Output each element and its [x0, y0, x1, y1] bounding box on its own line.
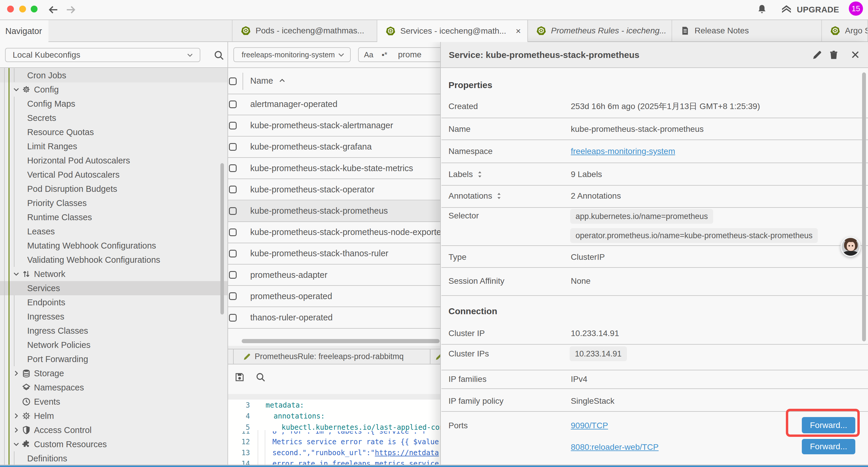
sidebar-item-custom-resources[interactable]: Custom Resources [0, 437, 227, 451]
sidebar-item-services[interactable]: Services [0, 281, 227, 295]
row-checkbox[interactable] [229, 229, 237, 236]
row-checkbox[interactable] [229, 207, 237, 215]
chevron-right-icon[interactable] [12, 412, 20, 420]
sidebar-item-namespaces[interactable]: Namespaces [0, 380, 227, 395]
sidebar-item-definitions[interactable]: Definitions [0, 451, 227, 465]
sidebar-item-storage[interactable]: Storage [0, 366, 227, 380]
close-tab-icon[interactable]: × [516, 26, 521, 36]
tab-pods[interactable]: Pods - icecheng@mathmas... [232, 20, 377, 41]
sidebar-scrollbar[interactable] [220, 163, 224, 315]
table-row[interactable]: prometheus-operated [228, 286, 440, 307]
sidebar-item-limit-ranges[interactable]: Limit Ranges [0, 139, 227, 153]
edit-pencil-icon[interactable] [812, 50, 823, 60]
sort-updown-icon[interactable] [476, 171, 483, 178]
row-checkbox[interactable] [229, 143, 237, 151]
port-link[interactable]: 8080:reloader-web/TCP [571, 440, 658, 454]
table-horizontal-scrollbar[interactable] [242, 339, 440, 343]
chevron-right-icon[interactable] [12, 370, 20, 377]
notification-badge[interactable]: 15 [849, 1, 863, 16]
sidebar-item-validating-webhook-configurations[interactable]: Validating Webhook Configurations [0, 253, 227, 267]
table-row[interactable]: kube-prometheus-stack-prometheus [228, 201, 440, 222]
row-checkbox[interactable] [229, 122, 237, 129]
sidebar-item-pod-disruption-budgets[interactable]: Pod Disruption Budgets [0, 182, 227, 196]
table-row[interactable]: alertmanager-operated [228, 94, 440, 115]
editor-search-icon[interactable] [255, 372, 266, 382]
minimize-window-button[interactable] [19, 6, 26, 12]
navigator-title: Navigator [5, 26, 42, 36]
row-checkbox[interactable] [229, 314, 237, 322]
sidebar-item-resource-quotas[interactable]: Resource Quotas [0, 125, 227, 139]
row-checkbox[interactable] [229, 292, 237, 300]
drawer-scrollbar[interactable] [862, 72, 866, 341]
namespace-value[interactable]: freeleaps-monitoring-system [571, 144, 675, 158]
row-checkbox[interactable] [229, 250, 237, 258]
dock-tab-prometheusrule[interactable]: PrometheusRule: freeleaps-prod-rabbitmq [255, 349, 404, 364]
sort-updown-icon[interactable] [496, 192, 502, 200]
sidebar-item-config[interactable]: Config [0, 83, 227, 97]
tree-guide-network [14, 295, 14, 366]
port-link[interactable]: 9090/TCP [571, 418, 608, 433]
avatar[interactable] [840, 237, 861, 257]
match-case-toggle[interactable]: Aa [364, 50, 373, 59]
regex-toggle[interactable]: ▪* [382, 50, 387, 59]
sidebar-item-network-policies[interactable]: Network Policies [0, 338, 227, 352]
sidebar-item-port-forwarding[interactable]: Port Forwarding [0, 352, 227, 366]
search-box[interactable]: Aa ▪* prome [358, 47, 440, 62]
row-checkbox[interactable] [229, 271, 237, 279]
sidebar-item-config-maps[interactable]: Config Maps [0, 97, 227, 111]
close-drawer-icon[interactable] [850, 50, 860, 60]
upgrade-chevrons-icon[interactable] [780, 3, 793, 15]
chevron-down-icon[interactable] [12, 86, 20, 93]
close-window-button[interactable] [7, 6, 14, 12]
sidebar-item-label: Ingresses [27, 312, 64, 322]
table-row[interactable]: kube-prometheus-stack-thanos-ruler [228, 243, 440, 265]
sidebar-item-mutating-webhook-configurations[interactable]: Mutating Webhook Configurations [0, 238, 227, 253]
sidebar-item-secrets[interactable]: Secrets [0, 111, 227, 125]
table-row[interactable]: kube-prometheus-stack-grafana [228, 137, 440, 158]
table-row[interactable]: kube-prometheus-stack-operator [228, 179, 440, 200]
table-row[interactable]: kube-prometheus-stack-prometheus-node-ex… [228, 222, 440, 243]
sidebar-item-vertical-pod-autoscalers[interactable]: Vertical Pod Autoscalers [0, 168, 227, 182]
kubeconfig-select[interactable]: Local Kubeconfigs [5, 48, 200, 62]
table-row[interactable]: thanos-ruler-operated [228, 308, 440, 329]
yaml-editor[interactable]: 3 metadata:4 annotations:5 kubectl.kuber… [228, 400, 440, 467]
sidebar-item-events[interactable]: Events [0, 395, 227, 409]
search-input[interactable]: prome [398, 50, 421, 59]
row-checkbox[interactable] [229, 185, 237, 193]
select-all-checkbox[interactable] [229, 78, 237, 85]
tab-argo[interactable]: Argo Se [822, 20, 868, 41]
tab-release[interactable]: Release Notes [672, 20, 822, 41]
table-row[interactable]: kube-prometheus-stack-kube-state-metrics [228, 158, 440, 179]
sidebar-item-leases[interactable]: Leases [0, 224, 227, 238]
save-icon[interactable] [234, 372, 245, 382]
row-checkbox[interactable] [229, 164, 237, 172]
forward-arrow-icon[interactable] [66, 4, 75, 15]
sidebar-item-ingress-classes[interactable]: Ingress Classes [0, 324, 227, 338]
table-row[interactable]: kube-prometheus-stack-alertmanager [228, 115, 440, 137]
sidebar-item-endpoints[interactable]: Endpoints [0, 295, 227, 310]
upgrade-label[interactable]: UPGRADE [797, 0, 839, 20]
maximize-window-button[interactable] [31, 6, 37, 12]
notifications-bell-icon[interactable] [756, 3, 768, 15]
table-row[interactable]: prometheus-adapter [228, 265, 440, 286]
namespace-select[interactable]: freeleaps-monitoring-system [234, 47, 351, 62]
sidebar-item-network[interactable]: Network [0, 267, 227, 281]
back-arrow-icon[interactable] [49, 4, 59, 15]
chevron-right-icon[interactable] [12, 426, 20, 434]
sidebar-item-priority-classes[interactable]: Priority Classes [0, 196, 227, 210]
sidebar-item-cron-jobs[interactable]: Cron Jobs [0, 68, 227, 83]
tab-prometheus[interactable]: Prometheus Rules - icecheng... [528, 20, 672, 41]
chevron-down-icon[interactable] [12, 440, 20, 448]
sidebar-item-runtime-classes[interactable]: Runtime Classes [0, 210, 227, 224]
chevron-down-icon[interactable] [12, 270, 20, 278]
sidebar-item-access-control[interactable]: Access Control [0, 423, 227, 437]
row-checkbox[interactable] [229, 100, 237, 108]
forward-button[interactable]: Forward... [802, 439, 855, 454]
name-column-header[interactable]: Name [250, 68, 273, 94]
tab-services[interactable]: Services - icecheng@math...× [377, 20, 528, 42]
sidebar-item-ingresses[interactable]: Ingresses [0, 310, 227, 324]
sidebar-search-icon[interactable] [213, 50, 224, 61]
sidebar-item-helm[interactable]: Helm [0, 409, 227, 423]
sidebar-item-horizontal-pod-autoscalers[interactable]: Horizontal Pod Autoscalers [0, 153, 227, 168]
delete-trash-icon[interactable] [829, 50, 839, 60]
